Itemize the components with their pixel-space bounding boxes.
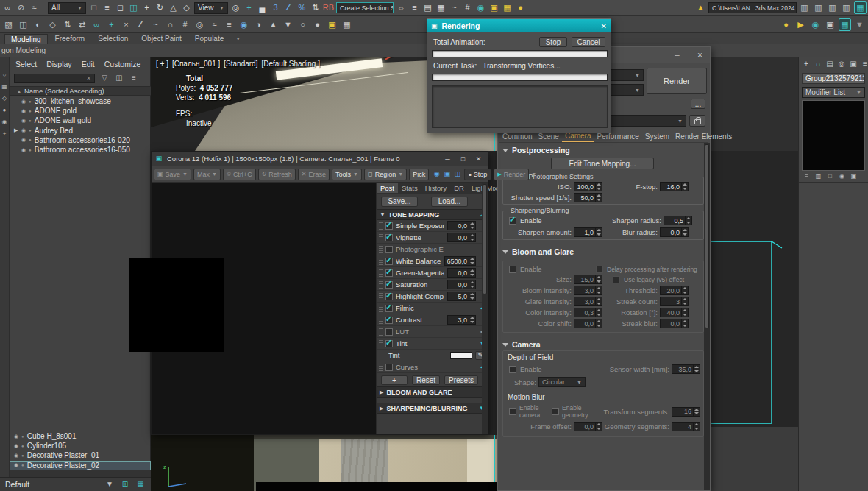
stack-tool-icon[interactable]: ◉ (838, 172, 846, 181)
toolbar-icon[interactable]: △ (167, 1, 179, 14)
visibility-icon[interactable]: ◉ (21, 127, 26, 133)
explorer-list-item[interactable]: ▶ ◉ ● 300_kitchen_showcase (10, 96, 151, 106)
value-spinner[interactable]: 3,0 (574, 297, 602, 306)
explorer-list-item[interactable]: ▶ ◉ ● ADONE wall gold (10, 116, 151, 125)
toolbar-icon[interactable]: ◫ (127, 1, 140, 14)
explorer-menu-item[interactable]: Edit (82, 60, 95, 68)
command-panel-tab-icon[interactable]: ▣ (848, 59, 858, 69)
row-spinner[interactable]: 3,0 (447, 315, 476, 325)
command-panel-tab-icon[interactable]: ≡ (860, 59, 868, 69)
selection-filter-dropdown[interactable]: All▼ (48, 2, 86, 14)
drag-handle[interactable] (379, 281, 383, 289)
toolbar-icon[interactable]: RB (322, 1, 335, 14)
mb-enable-geometry-checkbox[interactable] (552, 408, 559, 415)
toolbar-icon[interactable]: ◇ (46, 18, 59, 31)
minimize-button[interactable]: ─ (672, 50, 683, 60)
load-config-button[interactable]: Load... (431, 197, 468, 207)
toolbar-icon[interactable]: ▼ (282, 18, 294, 31)
vfb-scrollbar[interactable] (482, 183, 488, 434)
bokeh-shape-dropdown[interactable]: Circular▼ (538, 377, 586, 387)
command-panel-tab-icon[interactable]: ∩ (813, 59, 823, 69)
viewport-menu-pov[interactable]: [Спальн_001 ] (172, 60, 220, 68)
toolbar-icon[interactable]: ~ (448, 1, 460, 14)
toolbar-icon[interactable]: ≈ (28, 1, 40, 14)
legacy-effect-checkbox[interactable] (613, 276, 620, 283)
toolbar-icon[interactable]: ∠ (282, 1, 295, 14)
delay-processing-checkbox[interactable] (596, 266, 603, 273)
explorer-column-header[interactable]: ▲ Name (Sorted Ascending) (10, 86, 151, 96)
project-path-field[interactable]: C:\Users\LAN...3ds Max 2024 (708, 2, 797, 13)
toolbar-icon[interactable]: ∞ (90, 18, 103, 31)
rendering-dialog-titlebar[interactable]: ▣ Rendering ✕ (427, 19, 611, 32)
drag-handle[interactable] (379, 364, 383, 371)
visibility-icon[interactable]: ◉ (14, 434, 18, 439)
value-spinner[interactable]: 20,0 (660, 286, 689, 295)
ribbon-tab[interactable]: Selection (92, 34, 134, 44)
explorer-filter-icon[interactable]: ▽ (99, 73, 110, 83)
drag-handle[interactable] (379, 269, 383, 277)
render-setup-tab[interactable]: Render Elements (672, 132, 735, 141)
row-checkbox[interactable] (385, 234, 393, 241)
row-checkbox[interactable] (385, 317, 393, 324)
workspace-label[interactable]: Default (5, 480, 99, 489)
lock-view-button[interactable] (689, 115, 705, 127)
value-spinner[interactable]: 3,0 (574, 286, 602, 295)
tools-button[interactable]: Tools▼ (332, 169, 362, 180)
row-checkbox[interactable] (385, 246, 393, 253)
close-button[interactable]: ✕ (601, 22, 607, 30)
toolbar-icon[interactable]: ◐ (32, 18, 44, 31)
toolbar-icon[interactable]: ◻ (114, 1, 127, 14)
row-spinner[interactable]: 5,0 (447, 292, 476, 301)
transform-segments-spinner[interactable]: 16 (672, 407, 700, 417)
visibility-icon[interactable]: ◉ (21, 137, 26, 143)
edit-tone-mapping-button[interactable]: Edit Tone Mapping... (551, 158, 654, 169)
command-panel-tab-icon[interactable]: ▤ (825, 59, 835, 69)
stack-tool-icon[interactable]: ▣ (850, 172, 858, 181)
stop-button[interactable]: Stop (539, 37, 567, 47)
bloom-glare-header[interactable]: Bloom and Glare (502, 247, 574, 256)
stack-tool-icon[interactable]: ▥ (814, 172, 822, 181)
drag-handle[interactable] (379, 258, 383, 265)
drag-handle[interactable] (379, 305, 383, 312)
drag-handle[interactable] (379, 246, 383, 253)
toolbar-icon[interactable]: ▧ (2, 18, 15, 31)
view-dropdown[interactable]: View▼ (194, 2, 228, 14)
toolbar-icon[interactable]: ≈ (208, 18, 221, 31)
save-config-button[interactable]: Save... (381, 197, 418, 207)
toolbar-icon[interactable]: ● (780, 18, 792, 31)
toolbar-overflow-icon[interactable]: ▼ (531, 172, 536, 177)
refresh-button[interactable]: ↻Refresh (258, 169, 296, 180)
value-spinner[interactable]: 3 (660, 297, 689, 306)
vfb-tab[interactable]: Post (377, 183, 398, 193)
toolbar-icon[interactable]: ▥ (826, 1, 839, 14)
drag-handle[interactable] (379, 293, 383, 300)
toolbar-icon[interactable]: ▲ (267, 18, 280, 31)
geometry-segments-spinner[interactable]: 4 (672, 422, 700, 431)
viewport-menu-general[interactable]: [ + ] (156, 60, 168, 68)
visibility-icon[interactable]: ◉ (14, 443, 18, 449)
toolbar-icon[interactable]: ▤ (421, 1, 434, 14)
drag-handle[interactable] (379, 222, 383, 230)
erase-button[interactable]: ✕Erase (298, 169, 330, 180)
toolbar-icon[interactable]: ▥ (812, 1, 825, 14)
toolbar-icon[interactable]: ▦ (341, 18, 353, 31)
row-checkbox[interactable] (385, 293, 393, 300)
visibility-icon[interactable]: ◉ (21, 118, 26, 124)
vfb-view-icon[interactable]: ▣ (442, 169, 452, 180)
row-checkbox[interactable] (385, 222, 393, 230)
mb-enable-camera-checkbox[interactable] (509, 408, 516, 415)
toolbar-icon[interactable]: ▣ (488, 1, 500, 14)
explorer-list-item[interactable]: ◉ ● Cylinder105 (10, 441, 151, 451)
bloom-size-spinner[interactable]: 15,0 (574, 275, 602, 284)
toolbar-icon[interactable]: + (243, 1, 255, 14)
vfb-view-icon[interactable]: ◫ (452, 169, 462, 180)
start-render-button[interactable]: ▶Render (494, 169, 529, 180)
save-file-browse-button[interactable]: ... (691, 99, 705, 109)
explorer-tool-icon[interactable]: ▦ (0, 82, 9, 91)
vfb-tab[interactable]: History (421, 183, 451, 193)
toolbar-icon[interactable]: ▥ (840, 1, 853, 14)
toolbar-icon[interactable]: ◉ (238, 18, 250, 31)
toolbar-icon[interactable]: ~ (149, 18, 162, 31)
presets-button[interactable]: Presets (444, 375, 478, 385)
visibility-icon[interactable]: ◉ (21, 108, 26, 114)
